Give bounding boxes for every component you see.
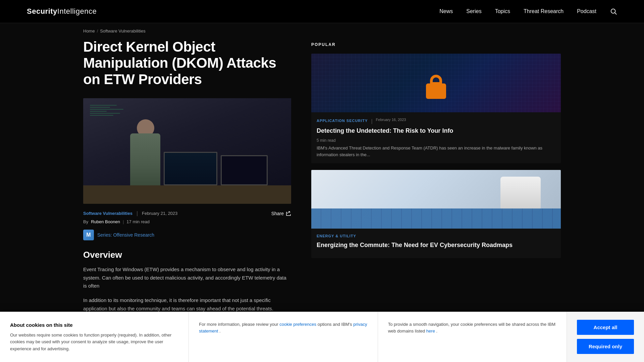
article-hero-image [83, 98, 291, 204]
search-button[interactable] [610, 8, 617, 15]
popular-label: POPULAR [311, 42, 561, 47]
logo-intelligence: Intelligence [57, 7, 97, 16]
series-label: Series: Offensive Research [97, 232, 154, 238]
site-logo[interactable]: Security Intelligence [27, 7, 97, 16]
cookie-section-1: About cookies on this site Our websites … [0, 312, 189, 362]
nav-item-topics[interactable]: Topics [495, 8, 510, 14]
article-category[interactable]: Software Vulnerabilities [83, 211, 132, 216]
article-title: Direct Kernel Object Manipulation (DKOM)… [83, 39, 291, 87]
cookie-buttons: Accept all Required only [567, 312, 644, 362]
main-container: Direct Kernel Object Manipulation (DKOM)… [0, 39, 644, 329]
nav-item-news[interactable]: News [439, 8, 453, 14]
cookie-preferences-link[interactable]: cookie preferences [279, 322, 316, 327]
required-only-button[interactable]: Required only [577, 339, 634, 354]
popular-card-1-content: APPLICATION SECURITY | February 16, 2023… [311, 112, 561, 163]
hero-decoration [90, 105, 123, 116]
article-author: Ruben Boonen [91, 219, 120, 224]
cookie-section-3: To provide a smooth navigation, your coo… [378, 312, 567, 362]
svg-point-0 [611, 9, 615, 13]
nav-item-podcast[interactable]: Podcast [577, 8, 596, 14]
share-button[interactable]: Share [271, 211, 291, 216]
search-icon [610, 8, 617, 15]
article-read-time: 17 min read [126, 219, 150, 224]
popular-card-2-image [311, 170, 561, 229]
article: Direct Kernel Object Manipulation (DKOM)… [83, 39, 291, 329]
breadcrumb-current: Software Vulnerabilities [100, 28, 145, 34]
logo-security: Security [27, 7, 57, 16]
share-icon [286, 211, 291, 216]
popular-card-1-read-time: 5 min read [317, 138, 555, 143]
article-author-row: By Ruben Boonen | 17 min read [83, 219, 291, 224]
cookie-section-1-text: Our websites require some cookies to fun… [10, 333, 171, 352]
popular-card-1-title: Detecting the Undetected: The Risk to Yo… [317, 127, 555, 135]
article-meta: Software Vulnerabilities | February 21, … [83, 210, 291, 217]
popular-card-2-content: ENERGY & UTILITY Energizing the Commute:… [311, 229, 561, 258]
overview-title: Overview [83, 250, 291, 260]
popular-card-1-date: February 16, 2023 [376, 118, 406, 122]
cookie-section-2-text: For more information, please review your [199, 322, 278, 327]
popular-card-2[interactable]: ENERGY & UTILITY Energizing the Commute:… [311, 170, 561, 258]
article-body-1: Event Tracing for Windows (ETW) provides… [83, 265, 291, 290]
series-badge[interactable]: M Series: Offensive Research [83, 230, 291, 240]
cookie-section-1-title: About cookies on this site [10, 321, 178, 329]
article-date: February 21, 2023 [142, 211, 177, 216]
breadcrumb-home[interactable]: Home [83, 28, 95, 34]
popular-card-1-category: APPLICATION SECURITY [317, 119, 368, 123]
accept-all-button[interactable]: Accept all [577, 320, 634, 335]
cookie-section-3-text: To provide a smooth navigation, your coo… [388, 322, 555, 334]
series-icon: M [83, 230, 94, 240]
cookie-banner: About cookies on this site Our websites … [0, 312, 644, 362]
main-nav: News Series Topics Threat Research Podca… [439, 8, 617, 15]
sidebar: POPULAR APPLICATION SECURITY | February … [311, 39, 561, 329]
svg-line-1 [615, 13, 616, 14]
header: Security Intelligence News Series Topics… [0, 0, 644, 23]
popular-card-2-category: ENERGY & UTILITY [317, 234, 356, 238]
ibm-domains-link[interactable]: here [426, 328, 435, 334]
popular-card-1-excerpt: IBM's Advanced Threat Detection and Resp… [317, 145, 555, 158]
breadcrumb-separator: / [97, 28, 98, 34]
popular-card-2-title: Energizing the Commute: The Need for EV … [317, 241, 555, 249]
popular-card-1-image [311, 54, 561, 112]
breadcrumb: Home / Software Vulnerabilities [0, 23, 644, 39]
popular-card-1[interactable]: APPLICATION SECURITY | February 16, 2023… [311, 54, 561, 163]
nav-item-threat-research[interactable]: Threat Research [524, 8, 564, 14]
cookie-section-2-text2: options and IBM's [318, 322, 352, 327]
cookie-section-2: For more information, please review your… [189, 312, 378, 362]
nav-item-series[interactable]: Series [466, 8, 481, 14]
